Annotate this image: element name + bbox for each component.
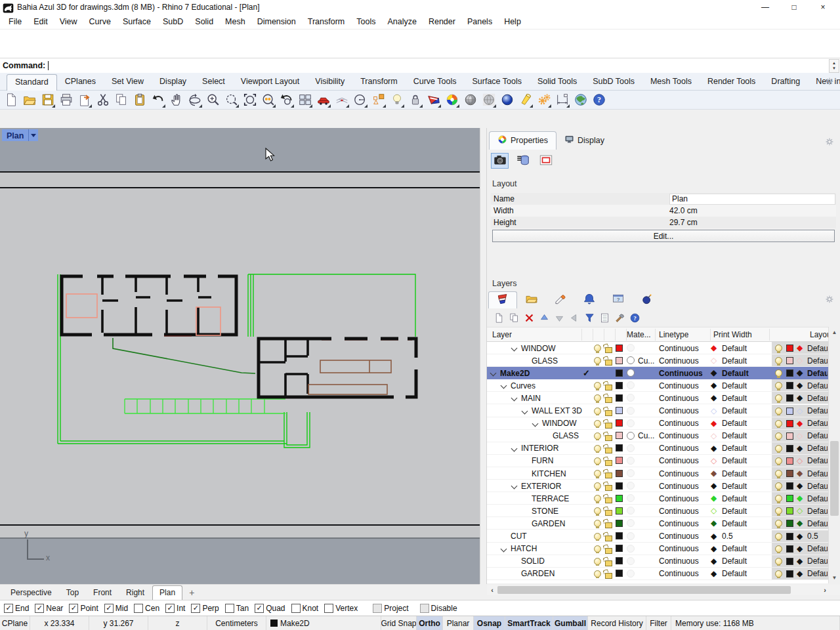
checkbox-tan[interactable]: [225, 604, 234, 613]
dimension-icon[interactable]: [554, 92, 570, 108]
command-line[interactable]: Command: ▲▼: [0, 58, 840, 74]
chevron-down-icon[interactable]: [522, 408, 528, 414]
viewport-plan[interactable]: Plan y x: [0, 128, 480, 584]
layer-visible-bulb-icon[interactable]: [594, 445, 601, 452]
layers-horizontal-scrollbar[interactable]: ‹ ›: [487, 585, 840, 595]
layer-material-icon[interactable]: [627, 545, 635, 553]
layer-row[interactable]: HATCHContinuous◆Default◆Default: [487, 543, 828, 555]
layer-unlocked-icon[interactable]: [605, 485, 612, 491]
layer-visible-bulb-icon[interactable]: [594, 408, 601, 415]
zoom-selected-icon[interactable]: [260, 92, 276, 108]
layout-color-swatch[interactable]: [786, 520, 793, 527]
checkbox-mid[interactable]: ✓: [104, 604, 114, 613]
menu-item-dimension[interactable]: Dimension: [251, 16, 302, 28]
layer-color-swatch[interactable]: [616, 507, 623, 514]
layer-material-icon[interactable]: [627, 507, 635, 514]
layer-material-icon[interactable]: [627, 394, 635, 402]
layers-vertical-scrollbar[interactable]: ▲ ▼: [828, 327, 840, 583]
add-viewport-tab-icon[interactable]: +: [189, 587, 194, 600]
toolbar-tab-visibility[interactable]: Visibility: [307, 74, 352, 90]
layout-name-input[interactable]: Plan: [669, 194, 835, 205]
layer-visible-bulb-icon[interactable]: [594, 457, 601, 465]
lock-icon[interactable]: [407, 92, 423, 108]
layer-color-swatch[interactable]: [616, 520, 623, 527]
layer-unlocked-icon[interactable]: [605, 560, 612, 566]
panel-splitter[interactable]: [480, 128, 487, 584]
print-icon[interactable]: [58, 92, 74, 108]
layout-color-swatch[interactable]: [786, 495, 793, 502]
status-grid-snap[interactable]: Grid Snap: [381, 616, 417, 630]
layout-edit-button[interactable]: Edit...: [492, 230, 835, 242]
scroll-left-icon[interactable]: ‹: [488, 585, 497, 595]
layer-visible-bulb-icon[interactable]: [594, 570, 601, 578]
undo-view-icon[interactable]: [278, 92, 295, 108]
status-centimeters[interactable]: Centimeters: [207, 616, 266, 630]
menu-item-panels[interactable]: Panels: [461, 16, 498, 28]
layout-bulb-icon[interactable]: [775, 345, 782, 352]
menu-item-help[interactable]: Help: [498, 16, 527, 28]
menu-item-transform[interactable]: Transform: [302, 16, 351, 28]
toolbar-tab-cplanes[interactable]: CPlanes: [57, 74, 104, 90]
osnap-int[interactable]: ✓Int: [165, 604, 185, 613]
column-header-linetype[interactable]: Linetype: [659, 330, 688, 339]
layer-visible-bulb-icon[interactable]: [594, 507, 601, 514]
column-header-layer[interactable]: Layer: [492, 330, 512, 339]
layout-color-swatch[interactable]: [786, 482, 793, 490]
tools-hammer-icon[interactable]: [614, 312, 625, 324]
layer-unlocked-icon[interactable]: [605, 347, 612, 353]
layout-color-swatch[interactable]: [786, 445, 793, 452]
viewport-tab-front[interactable]: Front: [87, 586, 118, 600]
layout-color-swatch[interactable]: [786, 533, 793, 540]
layout-color-swatch[interactable]: [786, 470, 793, 477]
layer-color-swatch[interactable]: [616, 495, 623, 502]
open-file-icon[interactable]: [21, 92, 37, 108]
close-button[interactable]: ×: [808, 0, 837, 14]
layer-row[interactable]: Make2D✓Continuous◆Default◆Default: [487, 367, 828, 379]
viewport-tab-perspective[interactable]: Perspective: [4, 586, 58, 600]
layer-visible-bulb-icon[interactable]: [594, 382, 601, 389]
layer-row[interactable]: WINDOWContinuous◆Default◆Default: [487, 342, 828, 354]
toolbar-tab-set-view[interactable]: Set View: [104, 74, 152, 90]
toolbar-gear-icon[interactable]: [824, 76, 835, 87]
layout-color-swatch[interactable]: [786, 369, 793, 377]
menu-item-surface[interactable]: Surface: [117, 16, 157, 28]
rendered-view-icon[interactable]: [499, 92, 515, 108]
scroll-up-icon[interactable]: ▲: [829, 327, 840, 337]
layer-unlocked-icon[interactable]: [605, 497, 612, 503]
layer-material-icon[interactable]: [627, 444, 635, 452]
layer-material-icon[interactable]: [627, 356, 635, 364]
circle-center-icon[interactable]: [352, 92, 368, 108]
layer-unlocked-icon[interactable]: [605, 410, 612, 416]
layer-material-icon[interactable]: [627, 369, 635, 377]
toolbar-tab-transform[interactable]: Transform: [352, 74, 406, 90]
checkbox-near[interactable]: ✓: [35, 604, 44, 613]
layout-bulb-icon[interactable]: [775, 445, 782, 452]
display-mode-icon[interactable]: [425, 92, 442, 108]
layer-visible-bulb-icon[interactable]: [594, 420, 601, 427]
toolbar-tab-drafting[interactable]: Drafting: [763, 74, 808, 90]
layout-color-swatch[interactable]: [786, 382, 793, 389]
viewport-title[interactable]: Plan: [2, 129, 28, 141]
osnap-mid[interactable]: ✓Mid: [104, 604, 128, 613]
layer-color-swatch[interactable]: [616, 407, 623, 414]
ghosted-view-icon[interactable]: [480, 92, 497, 108]
layer-color-swatch[interactable]: [616, 570, 623, 577]
viewport-title-tab[interactable]: Plan: [2, 129, 38, 141]
layer-material-icon[interactable]: [627, 469, 635, 477]
layer-material-icon[interactable]: [627, 457, 635, 465]
menu-item-solid[interactable]: Solid: [189, 16, 219, 28]
layer-color-swatch[interactable]: [616, 482, 623, 490]
layout-color-swatch[interactable]: [786, 420, 793, 427]
checkbox-knot[interactable]: [291, 604, 301, 613]
maximize-button[interactable]: □: [780, 0, 808, 14]
lightbulb-icon[interactable]: [388, 92, 405, 108]
menu-item-subd[interactable]: SubD: [157, 16, 189, 28]
toolbar-tab-solid-tools[interactable]: Solid Tools: [530, 74, 585, 90]
layers-gear-icon[interactable]: [824, 294, 835, 304]
detail-border-bottom[interactable]: [0, 524, 480, 526]
layer-row[interactable]: KITCHENContinuous◆Default◆Default: [487, 467, 828, 480]
toolbar-tab-subd-tools[interactable]: SubD Tools: [585, 74, 642, 90]
chevron-down-icon[interactable]: [511, 395, 518, 402]
layer-unlocked-icon[interactable]: [605, 573, 612, 579]
layer-color-swatch[interactable]: [616, 382, 623, 389]
